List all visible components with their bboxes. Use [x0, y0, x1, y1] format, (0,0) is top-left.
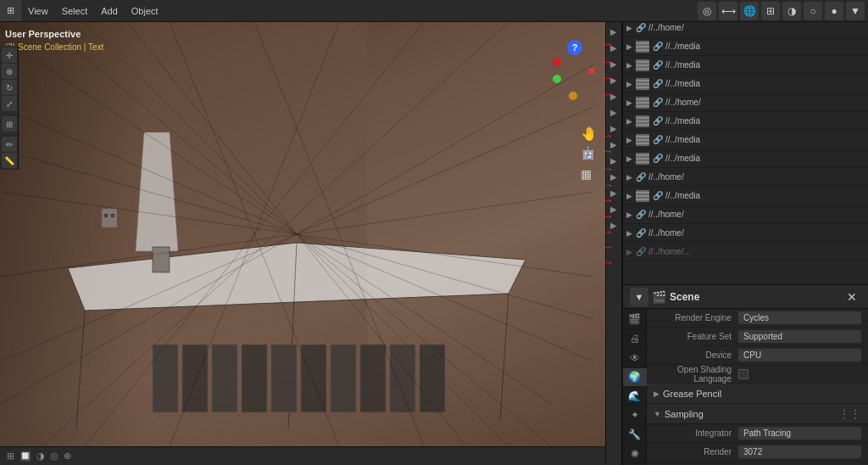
sampling-arrow: ▼ — [654, 410, 661, 418]
props-tab-object[interactable]: ✦ — [623, 406, 647, 425]
side-icon-12[interactable]: ▶ — [606, 201, 621, 216]
side-icon-13[interactable]: ▶ — [606, 217, 621, 232]
properties-header: ▼ 🎬 Scene ✕ — [623, 285, 868, 309]
menu-add[interactable]: Add — [94, 0, 125, 21]
file-row-8[interactable]: ▶ 🔗 //../media — [623, 149, 868, 168]
properties-scene-label: Scene — [670, 291, 699, 303]
props-tab-particles[interactable]: ✺ — [623, 445, 647, 463]
tool-cursor[interactable]: ✛ — [2, 48, 17, 63]
top-menu-bar: ⊞ View Select Add Object ◎ ⟷ 🌐 ⊞ ◑ ○ ● ▼ — [0, 0, 868, 22]
tool-rotate[interactable]: ↻ — [2, 80, 17, 95]
props-tab-scene[interactable]: 🌍 — [623, 368, 647, 387]
toolbar-grid-icon[interactable]: ⊞ — [761, 2, 780, 20]
toolbar-sphere2-icon[interactable]: ○ — [804, 2, 822, 20]
side-icon-8[interactable]: ▶ — [606, 137, 621, 152]
side-icon-7[interactable]: ▶ — [606, 120, 621, 136]
bottom-overlay-icon[interactable]: ◎ — [50, 451, 58, 462]
props-tab-render[interactable]: 🎬 — [623, 311, 647, 329]
side-icon-11[interactable]: ▶ — [606, 185, 621, 200]
bottom-shading-icon[interactable]: ◑ — [36, 451, 45, 462]
render-value[interactable]: 3072 — [738, 445, 861, 458]
feature-set-row: Feature Set Supported — [647, 328, 868, 346]
props-tab-view[interactable]: 👁 — [623, 349, 647, 367]
device-label: Device — [654, 350, 738, 360]
3d-viewport[interactable]: User Perspective (3) Scene Collection | … — [0, 22, 612, 465]
toolbar-dropdown-icon[interactable]: ▼ — [846, 2, 865, 20]
file-row-11[interactable]: ▶ 🔗 //../home/ — [623, 205, 868, 224]
side-icon-strip: ▶ ▶ ▶ ▶ ▶ ▶ ▶ ▶ ▶ ▶ ▶ ▶ ▶ — [605, 22, 622, 465]
file-row-2[interactable]: ▶ 🔗 //../media — [623, 37, 868, 56]
left-toolbar: ✛ ⊕ ↻ ⤢ ⊞ ✏ 📏 — [0, 46, 19, 170]
file-row-6[interactable]: ▶ 🔗 //../media — [623, 112, 868, 131]
tool-scale[interactable]: ⤢ — [2, 96, 17, 111]
render-row: Render 3072 — [647, 443, 868, 462]
side-icon-9[interactable]: ▶ — [606, 153, 621, 168]
toolbar-mode-icon[interactable]: ⟷ — [719, 2, 737, 20]
grease-pencil-label: Grease Pencil — [663, 389, 721, 399]
feature-set-value[interactable]: Supported — [738, 330, 861, 343]
properties-panel: ▼ 🎬 Scene ✕ 🎬 🖨 👁 🌍 🌊 ✦ 🔧 ✺ Render Engin… — [622, 284, 868, 465]
props-close-btn[interactable]: ✕ — [843, 288, 861, 306]
sampling-label: Sampling — [665, 409, 704, 419]
bottom-viewport-icon[interactable]: 🔲 — [19, 451, 31, 462]
side-icon-2[interactable]: ▶ — [606, 40, 621, 55]
menu-view[interactable]: View — [21, 0, 55, 21]
open-shading-label: Open Shading Language — [654, 365, 738, 384]
file-row-7[interactable]: ▶ 🔗 //../media — [623, 131, 868, 149]
tool-measure[interactable]: 📏 — [2, 153, 17, 168]
menu-select[interactable]: Select — [55, 0, 95, 21]
toolbar-view-icon[interactable]: 🌐 — [740, 2, 759, 20]
device-value[interactable]: CPU — [738, 349, 861, 361]
side-icon-3[interactable]: ▶ — [606, 56, 621, 71]
tool-move[interactable]: ⊕ — [2, 64, 17, 79]
open-shading-row: Open Shading Language — [647, 365, 868, 384]
scene-collection-label: (3) Scene Collection | Text — [5, 42, 103, 52]
render-engine-row: Render Engine Cycles — [647, 309, 868, 328]
file-row-3[interactable]: ▶ 🔗 //../media — [623, 56, 868, 75]
toolbar-sphere3-icon[interactable]: ● — [825, 2, 843, 20]
grease-pencil-section[interactable]: ▶ Grease Pencil — [647, 384, 868, 404]
file-row-5[interactable]: ▶ 🔗 //../home/ — [623, 93, 868, 112]
side-icon-10[interactable]: ▶ — [606, 169, 621, 184]
integrator-row: Integrator Path Tracing — [647, 424, 868, 443]
file-row-10[interactable]: ▶ 🔗 //../media — [623, 187, 868, 205]
device-row: Device CPU — [647, 346, 868, 365]
viewport-perspective-label: User Perspective — [5, 29, 81, 39]
render-label: Render — [654, 447, 738, 457]
file-row-13[interactable]: ▶ 🔗 //../home/... — [623, 243, 868, 261]
menu-object[interactable]: Object — [125, 0, 165, 21]
props-tab-modifier[interactable]: 🔧 — [623, 426, 647, 445]
open-shading-checkbox[interactable] — [738, 369, 748, 379]
bottom-gizmo-icon[interactable]: ⊕ — [64, 451, 71, 462]
open-shading-checkbox-container — [738, 369, 748, 379]
file-row-9[interactable]: ▶ 🔗 //../home/ — [623, 168, 868, 187]
bottom-mode-icon[interactable]: ⊞ — [7, 451, 14, 462]
toolbar-render-icon[interactable]: ◎ — [698, 2, 716, 20]
side-icon-6[interactable]: ▶ — [606, 104, 621, 120]
integrator-value[interactable]: Path Tracing — [738, 427, 861, 440]
file-browser-panel: ▶ 🔗 //../media ▶ 🔗 //../home/ ▶ 🔗 //../m… — [622, 0, 868, 284]
side-icon-1[interactable]: ▶ — [606, 24, 621, 39]
tool-transform[interactable]: ⊞ — [2, 116, 17, 132]
integrator-label: Integrator — [654, 429, 738, 438]
grease-pencil-arrow: ▶ — [654, 389, 659, 398]
file-row-12[interactable]: ▶ 🔗 //../home/ — [623, 224, 868, 243]
render-engine-value[interactable]: Cycles — [738, 311, 861, 324]
toolbar-sphere1-icon[interactable]: ◑ — [782, 2, 801, 20]
sampling-options-icon[interactable]: ⋮⋮ — [839, 408, 861, 420]
file-row-4[interactable]: ▶ 🔗 //../media — [623, 75, 868, 93]
props-tab-output[interactable]: 🖨 — [623, 330, 647, 349]
feature-set-label: Feature Set — [654, 332, 738, 341]
props-tab-world[interactable]: 🌊 — [623, 388, 647, 406]
viewport-bottom-bar: ⊞ 🔲 ◑ ◎ ⊕ — [0, 446, 612, 465]
render-engine-label: Render Engine — [654, 313, 738, 322]
scene-icon: 🎬 — [652, 290, 666, 304]
side-icon-4[interactable]: ▶ — [606, 72, 621, 87]
tool-annotate[interactable]: ✏ — [2, 137, 17, 152]
menu-blender-icon[interactable]: ⊞ — [0, 0, 21, 21]
side-icon-5[interactable]: ▶ — [606, 88, 621, 104]
sampling-section[interactable]: ▼ Sampling ⋮⋮ — [647, 404, 868, 424]
props-tab-dropdown[interactable]: ▼ — [630, 288, 648, 306]
